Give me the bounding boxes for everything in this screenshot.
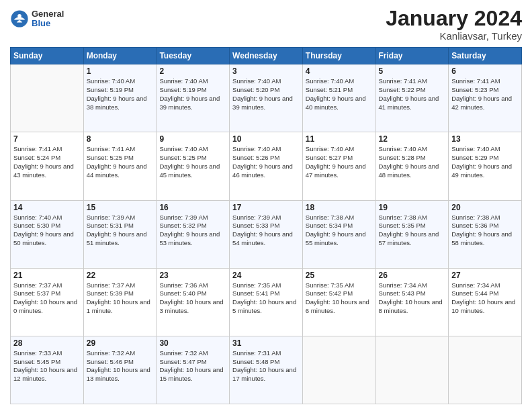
calendar-table: Sunday Monday Tuesday Wednesday Thursday… [10, 47, 522, 404]
day-info: Sunrise: 7:35 AMSunset: 5:42 PMDaylight:… [306, 281, 373, 316]
day-info: Sunrise: 7:38 AMSunset: 5:34 PMDaylight:… [306, 214, 373, 248]
logo-blue: Blue [32, 19, 64, 28]
day-info: Sunrise: 7:33 AMSunset: 5:45 PMDaylight:… [13, 349, 81, 383]
day-number: 31 [232, 338, 300, 348]
day-number: 12 [379, 134, 446, 144]
day-number: 10 [232, 134, 300, 144]
svg-point-1 [17, 14, 21, 18]
day-number: 8 [87, 134, 154, 144]
day-number: 28 [13, 338, 81, 348]
calendar-cell: 31Sunrise: 7:31 AMSunset: 5:48 PMDayligh… [230, 336, 303, 404]
day-info: Sunrise: 7:40 AMSunset: 5:21 PMDaylight:… [306, 77, 373, 111]
day-info: Sunrise: 7:38 AMSunset: 5:35 PMDaylight:… [379, 214, 446, 248]
day-info: Sunrise: 7:38 AMSunset: 5:36 PMDaylight:… [451, 214, 519, 248]
day-info: Sunrise: 7:40 AMSunset: 5:29 PMDaylight:… [451, 145, 519, 179]
day-number: 14 [13, 203, 81, 212]
day-info: Sunrise: 7:40 AMSunset: 5:19 PMDaylight:… [159, 77, 226, 111]
calendar-cell [11, 64, 84, 132]
day-info: Sunrise: 7:41 AMSunset: 5:22 PMDaylight:… [379, 77, 446, 111]
logo-general: General [32, 9, 64, 19]
day-number: 9 [159, 134, 226, 144]
day-number: 27 [451, 271, 519, 280]
calendar-cell: 15Sunrise: 7:39 AMSunset: 5:31 PMDayligh… [83, 200, 157, 268]
col-wednesday: Wednesday [230, 48, 303, 64]
day-info: Sunrise: 7:32 AMSunset: 5:47 PMDaylight:… [159, 349, 226, 383]
day-info: Sunrise: 7:40 AMSunset: 5:30 PMDaylight:… [13, 214, 81, 248]
calendar-cell [449, 336, 522, 404]
day-info: Sunrise: 7:32 AMSunset: 5:46 PMDaylight:… [87, 349, 154, 383]
calendar-cell: 12Sunrise: 7:40 AMSunset: 5:28 PMDayligh… [375, 132, 449, 200]
day-number: 18 [306, 203, 373, 212]
calendar-header: Sunday Monday Tuesday Wednesday Thursday… [11, 48, 522, 64]
calendar-cell: 16Sunrise: 7:39 AMSunset: 5:32 PMDayligh… [157, 200, 230, 268]
day-info: Sunrise: 7:40 AMSunset: 5:19 PMDaylight:… [87, 77, 154, 111]
calendar-week-1: 7Sunrise: 7:41 AMSunset: 5:24 PMDaylight… [11, 132, 522, 200]
day-number: 17 [232, 203, 300, 212]
calendar-week-4: 28Sunrise: 7:33 AMSunset: 5:45 PMDayligh… [11, 336, 522, 404]
day-info: Sunrise: 7:39 AMSunset: 5:32 PMDaylight:… [159, 214, 226, 248]
day-info: Sunrise: 7:39 AMSunset: 5:31 PMDaylight:… [87, 214, 154, 248]
day-number: 25 [306, 271, 373, 280]
calendar-week-3: 21Sunrise: 7:37 AMSunset: 5:37 PMDayligh… [11, 268, 522, 336]
logo: General Blue [10, 9, 64, 29]
month-year-title: January 2024 [386, 7, 522, 30]
day-info: Sunrise: 7:40 AMSunset: 5:28 PMDaylight:… [379, 145, 446, 179]
calendar-cell: 28Sunrise: 7:33 AMSunset: 5:45 PMDayligh… [11, 336, 84, 404]
day-info: Sunrise: 7:41 AMSunset: 5:23 PMDaylight:… [451, 77, 519, 111]
calendar-week-0: 1Sunrise: 7:40 AMSunset: 5:19 PMDaylight… [11, 64, 522, 132]
calendar-cell: 23Sunrise: 7:36 AMSunset: 5:40 PMDayligh… [157, 268, 230, 336]
calendar-cell: 2Sunrise: 7:40 AMSunset: 5:19 PMDaylight… [157, 64, 230, 132]
calendar-cell: 6Sunrise: 7:41 AMSunset: 5:23 PMDaylight… [449, 64, 522, 132]
day-number: 26 [379, 271, 446, 280]
col-thursday: Thursday [302, 48, 375, 64]
day-number: 3 [232, 66, 300, 76]
day-number: 15 [87, 203, 154, 212]
calendar-cell: 10Sunrise: 7:40 AMSunset: 5:26 PMDayligh… [230, 132, 303, 200]
day-info: Sunrise: 7:40 AMSunset: 5:26 PMDaylight:… [232, 145, 300, 179]
day-info: Sunrise: 7:37 AMSunset: 5:39 PMDaylight:… [87, 281, 154, 316]
location-title: Kanliavsar, Turkey [386, 30, 522, 42]
day-info: Sunrise: 7:40 AMSunset: 5:27 PMDaylight:… [306, 145, 373, 179]
day-number: 19 [379, 203, 446, 212]
calendar-cell: 14Sunrise: 7:40 AMSunset: 5:30 PMDayligh… [11, 200, 84, 268]
day-number: 11 [306, 134, 373, 144]
calendar-cell: 7Sunrise: 7:41 AMSunset: 5:24 PMDaylight… [11, 132, 84, 200]
header: General Blue January 2024 Kanliavsar, Tu… [10, 7, 522, 42]
calendar-cell: 21Sunrise: 7:37 AMSunset: 5:37 PMDayligh… [11, 268, 84, 336]
col-tuesday: Tuesday [157, 48, 230, 64]
day-number: 21 [13, 271, 81, 280]
calendar-cell: 26Sunrise: 7:34 AMSunset: 5:43 PMDayligh… [375, 268, 449, 336]
day-info: Sunrise: 7:35 AMSunset: 5:41 PMDaylight:… [232, 281, 300, 316]
calendar-cell: 5Sunrise: 7:41 AMSunset: 5:22 PMDaylight… [375, 64, 449, 132]
calendar-cell: 13Sunrise: 7:40 AMSunset: 5:29 PMDayligh… [449, 132, 522, 200]
col-sunday: Sunday [11, 48, 84, 64]
calendar-cell: 11Sunrise: 7:40 AMSunset: 5:27 PMDayligh… [302, 132, 375, 200]
day-number: 20 [451, 203, 519, 212]
day-info: Sunrise: 7:34 AMSunset: 5:43 PMDaylight:… [379, 281, 446, 316]
day-number: 24 [232, 271, 300, 280]
calendar-cell [375, 336, 449, 404]
day-number: 6 [451, 66, 519, 76]
day-number: 22 [87, 271, 154, 280]
calendar-cell: 20Sunrise: 7:38 AMSunset: 5:36 PMDayligh… [449, 200, 522, 268]
day-number: 5 [379, 66, 446, 76]
day-number: 16 [159, 203, 226, 212]
calendar-cell: 8Sunrise: 7:41 AMSunset: 5:25 PMDaylight… [83, 132, 157, 200]
day-info: Sunrise: 7:34 AMSunset: 5:44 PMDaylight:… [451, 281, 519, 316]
calendar-cell: 18Sunrise: 7:38 AMSunset: 5:34 PMDayligh… [302, 200, 375, 268]
day-info: Sunrise: 7:36 AMSunset: 5:40 PMDaylight:… [159, 281, 226, 316]
day-info: Sunrise: 7:41 AMSunset: 5:25 PMDaylight:… [87, 145, 154, 179]
calendar-cell: 3Sunrise: 7:40 AMSunset: 5:20 PMDaylight… [230, 64, 303, 132]
day-info: Sunrise: 7:40 AMSunset: 5:25 PMDaylight:… [159, 145, 226, 179]
calendar-cell: 29Sunrise: 7:32 AMSunset: 5:46 PMDayligh… [83, 336, 157, 404]
day-info: Sunrise: 7:31 AMSunset: 5:48 PMDaylight:… [232, 349, 300, 383]
calendar-cell: 27Sunrise: 7:34 AMSunset: 5:44 PMDayligh… [449, 268, 522, 336]
calendar-cell [302, 336, 375, 404]
col-saturday: Saturday [449, 48, 522, 64]
calendar-cell: 9Sunrise: 7:40 AMSunset: 5:25 PMDaylight… [157, 132, 230, 200]
day-info: Sunrise: 7:40 AMSunset: 5:20 PMDaylight:… [232, 77, 300, 111]
calendar-week-2: 14Sunrise: 7:40 AMSunset: 5:30 PMDayligh… [11, 200, 522, 268]
col-monday: Monday [83, 48, 157, 64]
calendar-cell: 25Sunrise: 7:35 AMSunset: 5:42 PMDayligh… [302, 268, 375, 336]
day-info: Sunrise: 7:41 AMSunset: 5:24 PMDaylight:… [13, 145, 81, 179]
